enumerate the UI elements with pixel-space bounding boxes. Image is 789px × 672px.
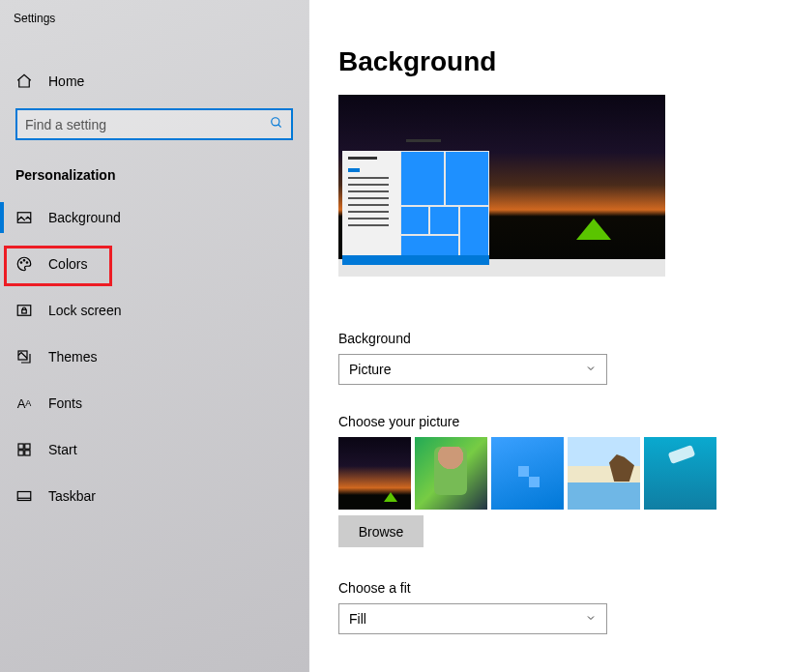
- svg-point-0: [272, 118, 279, 126]
- svg-rect-6: [17, 306, 31, 316]
- sidebar-item-lock-screen[interactable]: Lock screen: [0, 289, 308, 332]
- sidebar: Settings Home Personalization Background: [0, 0, 309, 672]
- picture-icon: [15, 209, 33, 226]
- choose-fit-label: Choose a fit: [338, 580, 760, 596]
- sidebar-item-label: Themes: [48, 349, 98, 365]
- sidebar-item-taskbar[interactable]: Taskbar: [0, 475, 308, 517]
- svg-point-5: [26, 262, 28, 264]
- picture-thumb-3[interactable]: [491, 437, 564, 510]
- sidebar-item-label: Lock screen: [48, 303, 121, 318]
- background-type-label: Background: [338, 331, 760, 346]
- choose-picture-label: Choose your picture: [338, 414, 760, 429]
- section-label: Personalization: [0, 148, 308, 196]
- fonts-icon: AA: [15, 394, 33, 412]
- sidebar-item-label: Taskbar: [48, 488, 96, 504]
- sidebar-item-colors[interactable]: Colors: [0, 243, 308, 285]
- preview-window-mock: Aa: [342, 151, 489, 265]
- sidebar-item-label: Colors: [48, 256, 87, 272]
- svg-rect-11: [18, 451, 23, 455]
- browse-button[interactable]: Browse: [338, 515, 424, 547]
- main-content: Background Aa: [309, 0, 789, 672]
- picture-thumb-2[interactable]: [415, 437, 487, 510]
- sidebar-item-label: Fonts: [48, 395, 82, 411]
- picture-thumb-5[interactable]: [644, 437, 716, 510]
- background-type-value: Picture: [349, 362, 392, 377]
- picture-thumb-4[interactable]: [568, 437, 640, 510]
- chevron-down-icon: [585, 611, 597, 627]
- search-container: [0, 101, 308, 148]
- svg-rect-13: [17, 492, 31, 501]
- svg-rect-9: [18, 444, 23, 449]
- page-title: Background: [338, 46, 760, 77]
- svg-rect-8: [18, 351, 27, 360]
- desktop-preview: Aa: [338, 95, 665, 277]
- picture-thumbnails: [338, 437, 760, 510]
- sidebar-item-label: Start: [48, 442, 77, 457]
- sidebar-item-label: Background: [48, 210, 121, 225]
- svg-point-3: [20, 262, 22, 264]
- svg-point-4: [23, 260, 25, 262]
- lock-screen-icon: [15, 302, 33, 319]
- search-input[interactable]: [25, 117, 270, 132]
- window-title: Settings: [0, 8, 308, 39]
- preview-tent: [576, 219, 611, 240]
- settings-app: Settings Home Personalization Background: [0, 0, 789, 672]
- home-label: Home: [48, 73, 84, 89]
- svg-line-1: [278, 125, 281, 128]
- svg-rect-12: [25, 451, 30, 455]
- svg-rect-10: [25, 444, 30, 449]
- fit-value: Fill: [349, 611, 366, 627]
- search-input-wrap[interactable]: [15, 108, 293, 140]
- search-icon: [270, 116, 283, 132]
- fit-select[interactable]: Fill: [338, 603, 607, 634]
- sidebar-item-themes[interactable]: Themes: [0, 336, 308, 378]
- start-icon: [15, 441, 33, 458]
- palette-icon: [15, 255, 33, 273]
- svg-rect-7: [22, 309, 27, 313]
- sidebar-item-start[interactable]: Start: [0, 428, 308, 471]
- themes-icon: [15, 348, 33, 365]
- chevron-down-icon: [585, 362, 597, 377]
- taskbar-icon: [15, 487, 33, 505]
- home-icon: [15, 73, 33, 90]
- picture-thumb-1[interactable]: [338, 437, 411, 510]
- sidebar-item-fonts[interactable]: AA Fonts: [0, 382, 308, 424]
- home-button[interactable]: Home: [0, 62, 308, 101]
- sidebar-item-background[interactable]: Background: [0, 196, 308, 239]
- background-type-select[interactable]: Picture: [338, 354, 607, 385]
